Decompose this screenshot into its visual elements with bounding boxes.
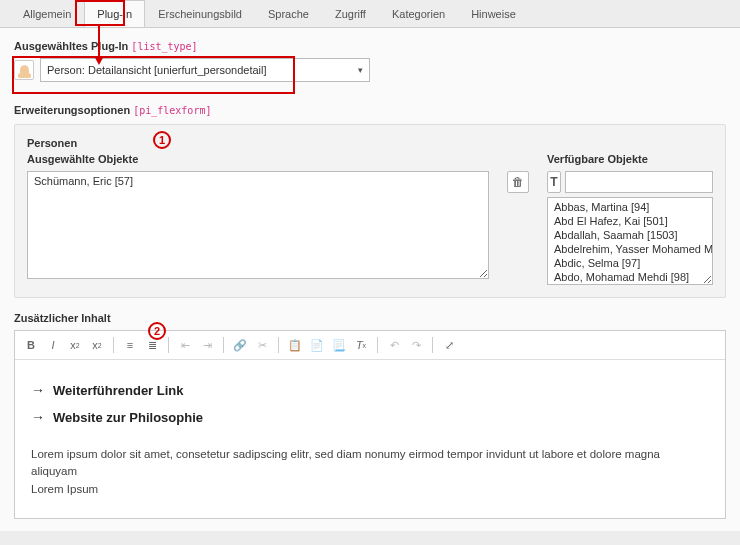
ext-options-label-text: Erweiterungsoptionen xyxy=(14,104,130,116)
tab-sprache[interactable]: Sprache xyxy=(255,0,322,27)
list-item[interactable]: Abdallah, Saamah [1503] xyxy=(548,228,712,242)
chevron-down-icon: ▾ xyxy=(358,65,363,75)
numbered-list-button[interactable]: ≡ xyxy=(120,335,140,355)
superscript-button[interactable]: x2 xyxy=(87,335,107,355)
rte-paragraph: Lorem ipsum dolor sit amet, consetetur s… xyxy=(31,446,709,498)
tab-kategorien[interactable]: Kategorien xyxy=(379,0,458,27)
undo-button[interactable]: ↶ xyxy=(384,335,404,355)
plugin-type-icon-box xyxy=(14,60,34,80)
tab-allgemein[interactable]: Allgemein xyxy=(10,0,84,27)
ext-options-label: Erweiterungsoptionen [pi_flexform] xyxy=(14,104,726,116)
rte-body[interactable]: → Weiterführender Link → Website zur Phi… xyxy=(15,360,725,518)
tab-bar: Allgemein Plug-In Erscheinungsbild Sprac… xyxy=(0,0,740,28)
persons-panel: Personen 1 Ausgewählte Objekte Schümann,… xyxy=(14,124,726,298)
separator xyxy=(278,337,279,353)
bulleted-list-button[interactable]: ≣ xyxy=(142,335,162,355)
extra-content-panel: Zusätzlicher Inhalt 2 B I x2 x2 ≡ ≣ ⇤ ⇥ … xyxy=(14,312,726,519)
list-item[interactable]: Abd El Hafez, Kai [501] xyxy=(548,214,712,228)
remove-format-button[interactable]: Tx xyxy=(351,335,371,355)
list-item[interactable]: Schümann, Eric [57] xyxy=(28,174,488,188)
separator xyxy=(432,337,433,353)
bold-button[interactable]: B xyxy=(21,335,41,355)
delete-button[interactable]: 🗑 xyxy=(507,171,529,193)
tab-erscheinungsbild[interactable]: Erscheinungsbild xyxy=(145,0,255,27)
paste-word-button[interactable]: 📃 xyxy=(329,335,349,355)
tab-plugin[interactable]: Plug-In xyxy=(84,0,145,27)
selected-objects-list[interactable]: Schümann, Eric [57] xyxy=(27,171,489,279)
trash-icon: 🗑 xyxy=(512,175,524,189)
filter-input[interactable] xyxy=(565,171,713,193)
available-objects-list[interactable]: Abbas, Martina [94] Abd El Hafez, Kai [5… xyxy=(547,197,713,285)
list-item[interactable]: Abbas, Martina [94] xyxy=(548,200,712,214)
selected-plugin-tech: [list_type] xyxy=(131,41,197,52)
arrow-icon: → xyxy=(31,380,45,401)
filter-icon: T xyxy=(550,175,557,189)
tab-content: Ausgewähltes Plug-In [list_type] Person:… xyxy=(0,28,740,531)
paste-button[interactable]: 📋 xyxy=(285,335,305,355)
list-item[interactable]: Abdo, Mohamad Mehdi [98] xyxy=(548,270,712,284)
fullscreen-button[interactable]: ⤢ xyxy=(439,335,459,355)
rte-link-2[interactable]: → Website zur Philosophie xyxy=(31,407,709,428)
list-item[interactable]: Abdic, Selma [97] xyxy=(548,256,712,270)
plugin-select-value: Person: Detailansicht [unierfurt_persond… xyxy=(47,64,267,76)
list-item[interactable]: Abdelrehim, Yasser Mohamed Mahmoud [1500… xyxy=(548,242,712,256)
selected-objects-label: Ausgewählte Objekte xyxy=(27,153,489,165)
link-button[interactable]: 🔗 xyxy=(230,335,250,355)
rte-toolbar: B I x2 x2 ≡ ≣ ⇤ ⇥ 🔗 ✂ 📋 📄 📃 xyxy=(15,331,725,360)
extra-content-label: Zusätzlicher Inhalt xyxy=(14,312,726,324)
person-icon xyxy=(20,65,29,76)
separator xyxy=(113,337,114,353)
selected-plugin-label-text: Ausgewähltes Plug-In xyxy=(14,40,128,52)
redo-button[interactable]: ↷ xyxy=(406,335,426,355)
separator xyxy=(223,337,224,353)
rte-link-1[interactable]: → Weiterführender Link xyxy=(31,380,709,401)
persons-heading: Personen xyxy=(27,137,713,149)
separator xyxy=(377,337,378,353)
italic-button[interactable]: I xyxy=(43,335,63,355)
indent-button[interactable]: ⇥ xyxy=(197,335,217,355)
rte-link-1-text: Weiterführender Link xyxy=(53,381,184,401)
dual-list: Ausgewählte Objekte Schümann, Eric [57] … xyxy=(27,153,713,285)
outdent-button[interactable]: ⇤ xyxy=(175,335,195,355)
arrow-icon: → xyxy=(31,407,45,428)
selected-plugin-row: Person: Detailansicht [unierfurt_persond… xyxy=(14,58,726,82)
unlink-button[interactable]: ✂ xyxy=(252,335,272,355)
subscript-button[interactable]: x2 xyxy=(65,335,85,355)
separator xyxy=(168,337,169,353)
available-objects-label: Verfügbare Objekte xyxy=(547,153,713,165)
rte-link-2-text: Website zur Philosophie xyxy=(53,408,203,428)
tab-zugriff[interactable]: Zugriff xyxy=(322,0,379,27)
tab-hinweise[interactable]: Hinweise xyxy=(458,0,529,27)
ext-options-tech: [pi_flexform] xyxy=(133,105,211,116)
rich-text-editor: B I x2 x2 ≡ ≣ ⇤ ⇥ 🔗 ✂ 📋 📄 📃 xyxy=(14,330,726,519)
selected-plugin-label: Ausgewähltes Plug-In [list_type] xyxy=(14,40,726,52)
filter-button[interactable]: T xyxy=(547,171,561,193)
plugin-select[interactable]: Person: Detailansicht [unierfurt_persond… xyxy=(40,58,370,82)
paste-text-button[interactable]: 📄 xyxy=(307,335,327,355)
